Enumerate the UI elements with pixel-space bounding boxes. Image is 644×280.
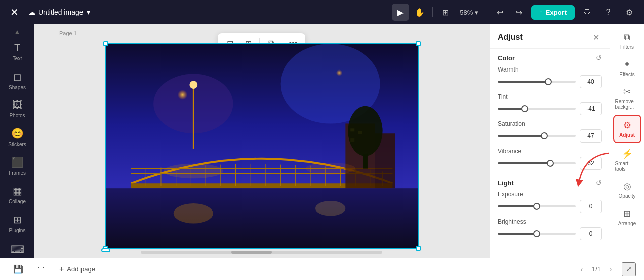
sidebar-item-shapes[interactable]: ◻ Shapes	[3, 66, 31, 94]
warmth-fill	[498, 81, 548, 83]
sidebar-item-stickers[interactable]: 😊 Stickers	[3, 123, 31, 151]
saturation-slider[interactable]	[498, 135, 576, 137]
settings-icon-button[interactable]: ⚙	[621, 4, 638, 21]
text-icon: T	[14, 42, 20, 54]
expand-button[interactable]: ⤢	[622, 262, 636, 276]
filters-icon: ⧉	[624, 32, 630, 43]
page-navigation: ‹ 1/1 ›	[575, 262, 618, 276]
zoom-button[interactable]: 58% ▾	[456, 7, 482, 18]
trash-icon: 🗑	[37, 265, 45, 274]
pan-tool-button[interactable]: ✋	[411, 4, 428, 21]
sidebar-item-adjust[interactable]: ⚙ Adjust	[613, 115, 641, 143]
save-button[interactable]: 💾	[8, 261, 28, 277]
arrange-label: Arrange	[618, 221, 636, 226]
handle-bottom-right[interactable]	[416, 246, 421, 251]
vibrance-fill	[498, 162, 550, 164]
saturation-thumb[interactable]	[541, 132, 548, 139]
effects-icon: ✦	[623, 59, 631, 70]
sidebar-item-smart-tools[interactable]: ⚡ Smart tools	[613, 144, 641, 176]
logo-button[interactable]: ✕	[6, 4, 22, 20]
tint-label: Tint	[498, 93, 602, 100]
sidebar-item-effects[interactable]: ✦ Effects	[613, 55, 641, 81]
sidebar-item-plugins[interactable]: ⊞ Plugins	[3, 209, 31, 237]
warmth-thumb[interactable]	[545, 78, 552, 85]
photos-icon: 🖼	[12, 99, 22, 111]
sidebar-item-photos[interactable]: 🖼 Photos	[3, 95, 31, 122]
view-toggle-button[interactable]: ⊞	[437, 4, 454, 21]
tint-thumb[interactable]	[521, 105, 528, 112]
select-tool-button[interactable]: ▶	[392, 4, 409, 21]
toolbar-divider2	[487, 7, 487, 17]
warmth-value[interactable]: 40	[580, 75, 602, 88]
warmth-slider[interactable]	[498, 81, 576, 83]
tint-value[interactable]: -41	[580, 102, 602, 115]
svg-point-37	[305, 163, 355, 175]
main-area: ▲ T Text ◻ Shapes 🖼 Photos 😊 Stickers ⬛ …	[0, 24, 644, 258]
canvas-scrollbar[interactable]	[141, 251, 382, 254]
tint-slider[interactable]	[498, 108, 576, 110]
adjust-close-button[interactable]: ✕	[590, 31, 602, 43]
add-page-icon: +	[59, 265, 64, 274]
next-page-button[interactable]: ›	[604, 262, 618, 276]
handle-bottom-middle[interactable]	[101, 248, 110, 252]
tint-fill	[498, 108, 525, 110]
help-icon-button[interactable]: ?	[600, 4, 617, 21]
exposure-label: Exposure	[498, 191, 602, 198]
handle-top-right[interactable]	[416, 41, 421, 46]
canvas-area[interactable]: Page 1 ⊡ ⊞ ⧉ •••	[34, 24, 489, 258]
export-button[interactable]: ↑ Export	[531, 5, 575, 20]
vibrance-thumb[interactable]	[547, 160, 554, 167]
svg-point-34	[348, 106, 382, 156]
brightness-thumb[interactable]	[533, 230, 540, 237]
brightness-value[interactable]: 0	[580, 227, 602, 240]
scrollbar-thumb[interactable]	[231, 251, 272, 254]
shield-icon-button[interactable]: 🛡	[579, 4, 596, 21]
image-placeholder	[106, 44, 418, 248]
prev-page-button[interactable]: ‹	[575, 262, 589, 276]
handle-top-left[interactable]	[103, 41, 108, 46]
color-reset-button[interactable]: ↺	[596, 54, 602, 62]
zoom-level: 58%	[460, 9, 473, 16]
zoom-dropdown-icon: ▾	[475, 9, 478, 16]
svg-point-36	[163, 164, 223, 179]
brightness-slider[interactable]	[498, 233, 576, 235]
sidebar-item-text[interactable]: T Text	[3, 38, 31, 65]
color-section-title: Color	[498, 54, 515, 62]
sidebar-item-opacity[interactable]: ◎ Opacity	[613, 177, 641, 203]
saturation-value[interactable]: 47	[580, 129, 602, 143]
remove-bg-label: Remove backgr...	[615, 99, 639, 110]
right-sidebar: ⧉ Filters ✦ Effects ✂ Remove backgr... ⚙…	[610, 24, 644, 258]
undo-button[interactable]: ↩	[491, 4, 508, 21]
title-area[interactable]: ☁ Untitled image ▾	[28, 8, 90, 16]
collage-icon: ▦	[13, 185, 22, 197]
exposure-thumb[interactable]	[533, 203, 540, 210]
prev-icon: ‹	[581, 265, 583, 273]
light-reset-button[interactable]: ↺	[596, 179, 602, 187]
bottom-bar: 💾 🗑 + Add page ‹ 1/1 › ⤢	[0, 258, 644, 280]
svg-rect-26	[106, 188, 418, 248]
trash-button[interactable]: 🗑	[32, 262, 50, 277]
toolbar-divider	[432, 7, 433, 17]
sidebar-item-remove-bg[interactable]: ✂ Remove backgr...	[613, 82, 641, 114]
sidebar-item-frames[interactable]: ⬛ Frames	[3, 152, 31, 180]
opacity-icon: ◎	[623, 181, 631, 192]
sidebar-item-filters[interactable]: ⧉ Filters	[613, 28, 641, 54]
keyboard-shortcuts-button[interactable]: ⌨	[3, 239, 31, 258]
sidebar-nav-up[interactable]: ▲	[10, 28, 24, 35]
next-icon: ›	[610, 265, 612, 273]
stickers-icon: 😊	[11, 127, 24, 139]
remove-bg-icon: ✂	[623, 86, 631, 97]
vibrance-slider[interactable]	[498, 162, 576, 164]
redo-button[interactable]: ↪	[510, 4, 527, 21]
color-section-header: Color ↺	[490, 49, 610, 65]
expand-icon: ⤢	[626, 265, 632, 273]
add-page-button[interactable]: + Add page	[54, 262, 100, 277]
exposure-value[interactable]: 0	[580, 200, 602, 213]
image-frame[interactable]	[105, 43, 419, 249]
exposure-slider[interactable]	[498, 205, 576, 207]
sidebar-item-arrange[interactable]: ⊞ Arrange	[613, 204, 641, 230]
sidebar-item-collage[interactable]: ▦ Collage	[3, 181, 31, 208]
vibrance-value[interactable]: 62	[580, 157, 602, 170]
sidebar-item-label-collage: Collage	[9, 199, 26, 204]
page-number: 1/1	[592, 265, 601, 273]
